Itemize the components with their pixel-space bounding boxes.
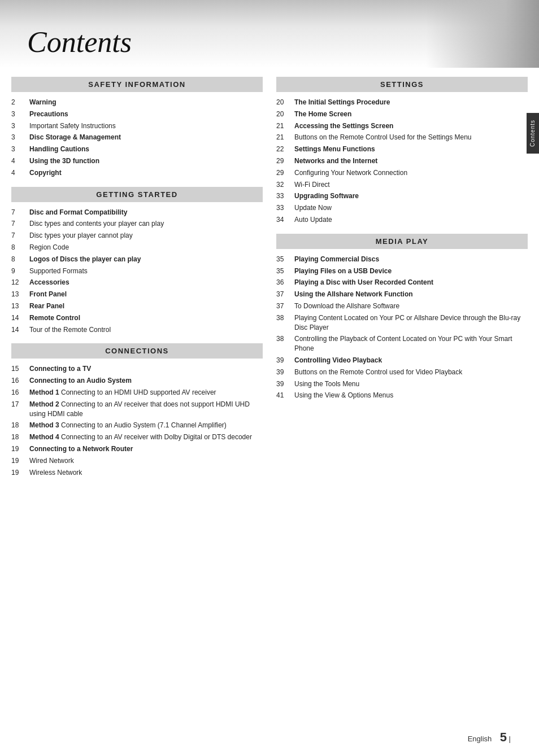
toc-number: 32 [276,180,294,190]
toc-number: 13 [11,301,29,311]
toc-text: Method 3 Connecting to an Audio System (… [29,421,263,430]
toc-entry: 3Disc Storage & Management [11,133,263,142]
toc-entry: 41Using the View & Options Menus [276,391,528,400]
footer-page-number: 5 [500,730,507,744]
toc-text: Accessories [29,278,263,287]
toc-entry: 35Playing Files on a USB Device [276,266,528,276]
toc-number: 3 [11,110,29,119]
toc-entry: 13Rear Panel [11,301,263,311]
toc-entry: 17Method 2 Connecting to an AV receiver … [11,400,263,419]
toc-entry: 16Method 1 Connecting to an HDMI UHD sup… [11,388,263,397]
toc-text: Wired Network [29,456,263,466]
toc-number: 7 [11,219,29,229]
toc-text: Accessing the Settings Screen [294,121,528,131]
toc-text: Method 2 Connecting to an AV receiver th… [29,400,263,419]
toc-number: 17 [11,400,29,409]
toc-number: 14 [11,313,29,323]
toc-text: Connecting to a TV [29,364,263,374]
toc-text: Auto Update [294,215,528,225]
toc-entry: 4Using the 3D function [11,156,263,166]
toc-number: 38 [276,334,294,344]
section-header-getting_started: GETTING STARTED [11,187,263,202]
toc-text: Important Safety Instructions [29,121,263,131]
toc-number: 2 [11,98,29,107]
toc-number: 29 [276,156,294,166]
toc-text: Method 1 Connecting to an HDMI UHD suppo… [29,388,263,397]
toc-number: 37 [276,301,294,311]
side-tab: Contents [527,113,539,154]
toc-text: Buttons on the Remote Control used for V… [294,368,528,377]
toc-text: Using the 3D function [29,156,263,166]
toc-text: Connecting to an Audio System [29,376,263,386]
toc-text: Using the Tools Menu [294,379,528,389]
toc-number: 19 [11,456,29,466]
toc-number: 35 [276,255,294,264]
toc-entry: 8Region Code [11,243,263,252]
toc-number: 8 [11,255,29,264]
footer-bar: | [509,735,511,743]
toc-entry: 3Handling Cautions [11,145,263,154]
toc-text: Handling Cautions [29,145,263,154]
toc-text: Using the Allshare Network Function [294,290,528,299]
toc-number: 20 [276,110,294,119]
toc-text: Copyright [29,168,263,178]
toc-entry: 14Remote Control [11,313,263,323]
section-header-settings: SETTINGS [276,77,528,92]
toc-entry: 33Update Now [276,203,528,213]
toc-entry: 7Disc types and contents your player can… [11,219,263,229]
main-content: SAFETY INFORMATION2Warning3Precautions3I… [0,68,539,496]
toc-text: Supported Formats [29,266,263,276]
toc-text: The Home Screen [294,110,528,119]
toc-entry: 21Accessing the Settings Screen [276,121,528,131]
toc-number: 35 [276,266,294,276]
toc-entry: 21Buttons on the Remote Control Used for… [276,133,528,142]
toc-text: Controlling the Playback of Content Loca… [294,334,528,353]
toc-number: 16 [11,376,29,386]
toc-text: Logos of Discs the player can play [29,255,263,264]
section-header-safety: SAFETY INFORMATION [11,77,263,92]
toc-text: The Initial Settings Procedure [294,98,528,107]
footer-language: English [468,735,492,743]
right-column: SETTINGS20The Initial Settings Procedure… [276,68,528,479]
header: Contents [0,0,539,68]
toc-number: 19 [11,444,29,454]
toc-number: 14 [11,325,29,335]
toc-number: 37 [276,290,294,299]
toc-number: 19 [11,468,29,478]
toc-text: Playing Content Located on Your PC or Al… [294,313,528,333]
page-title: Contents [27,25,132,59]
toc-entry: 19Wired Network [11,456,263,466]
toc-entry: 3Important Safety Instructions [11,121,263,131]
toc-text: Remote Control [29,313,263,323]
toc-number: 22 [276,145,294,154]
toc-number: 3 [11,121,29,131]
toc-entry: 37To Download the Allshare Software [276,301,528,311]
toc-entry: 4Copyright [11,168,263,178]
toc-number: 34 [276,215,294,225]
toc-text: Connecting to a Network Router [29,444,263,454]
toc-entry: 20The Initial Settings Procedure [276,98,528,107]
toc-entry: 29Configuring Your Network Connection [276,168,528,178]
toc-number: 39 [276,368,294,377]
toc-entry: 38Controlling the Playback of Content Lo… [276,334,528,353]
toc-text: Method 4 Connecting to an AV receiver wi… [29,432,263,442]
toc-text: Settings Menu Functions [294,145,528,154]
toc-number: 7 [11,231,29,241]
toc-entry: 8Logos of Discs the player can play [11,255,263,264]
toc-entry: 14Tour of the Remote Control [11,325,263,335]
toc-entry: 39Buttons on the Remote Control used for… [276,368,528,377]
toc-entry: 35Playing Commercial Discs [276,255,528,264]
toc-entry: 19Wireless Network [11,468,263,478]
toc-entry: 39Controlling Video Playback [276,356,528,365]
toc-number: 33 [276,203,294,213]
toc-number: 21 [276,133,294,142]
toc-text: Update Now [294,203,528,213]
toc-text: Wireless Network [29,468,263,478]
toc-entry: 18Method 3 Connecting to an Audio System… [11,421,263,430]
toc-number: 12 [11,278,29,287]
toc-number: 4 [11,156,29,166]
toc-number: 4 [11,168,29,178]
toc-number: 16 [11,388,29,397]
toc-text: Warning [29,98,263,107]
toc-entry: 20The Home Screen [276,110,528,119]
